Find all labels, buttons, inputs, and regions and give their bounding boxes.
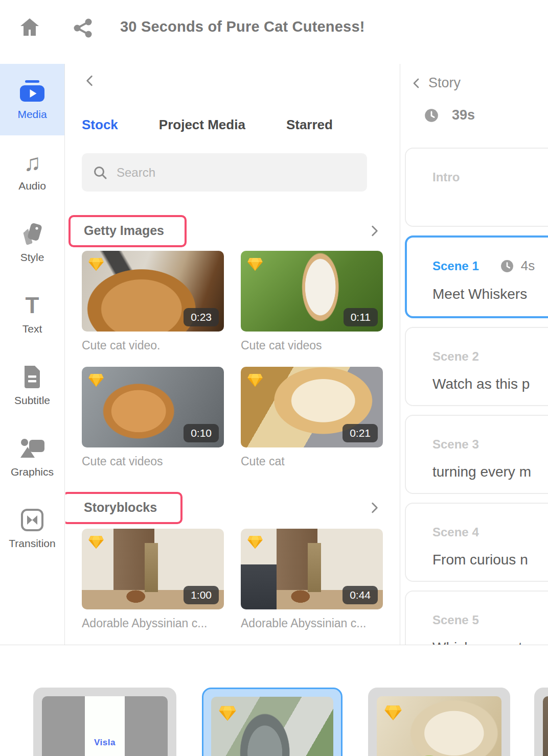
story-card-intro[interactable]: Intro <box>405 148 548 227</box>
music-note-icon: ♫ <box>24 150 41 175</box>
timeline-clip-scene-2[interactable] <box>368 688 510 756</box>
brand-logo-text: Visla <box>94 738 116 748</box>
media-item[interactable]: 0:23 Cute cat video. <box>82 251 224 352</box>
premium-gem-icon <box>88 372 104 388</box>
media-caption: Adorable Abyssinian c... <box>82 617 224 630</box>
sidebar-item-media[interactable]: Media <box>0 64 64 135</box>
getty-highlight-box: Getty Images <box>68 215 187 247</box>
scene-label: Scene 1 <box>432 259 479 273</box>
section-header-storyblocks: Storyblocks <box>82 492 382 528</box>
sidebar-label-graphics: Graphics <box>11 466 54 478</box>
sidebar-item-style[interactable]: Style <box>0 207 64 278</box>
sidebar-item-text[interactable]: T Text <box>0 278 64 350</box>
media-caption: Cute cat videos <box>82 455 224 468</box>
app-window: 30 Seconds of Pure Cat Cuteness! Media ♫… <box>0 0 548 756</box>
duration-badge: 0:11 <box>344 308 378 326</box>
project-title: 30 Seconds of Pure Cat Cuteness! <box>120 18 365 35</box>
media-tabs: Stock Project Media Starred <box>82 117 382 133</box>
media-library-icon <box>20 79 44 103</box>
media-item[interactable]: 0:21 Cute cat <box>241 367 383 468</box>
clock-icon <box>424 108 439 123</box>
scene-script-text: Meet Whiskers <box>432 286 548 302</box>
premium-gem-icon <box>247 534 263 550</box>
media-item[interactable]: 0:10 Cute cat videos <box>82 367 224 468</box>
tab-project-media[interactable]: Project Media <box>159 117 245 133</box>
scene-label: Scene 4 <box>432 525 479 539</box>
premium-gem-icon <box>88 534 104 550</box>
scene-script-text: From curious n <box>432 552 548 568</box>
sidebar-item-graphics[interactable]: Graphics <box>0 421 64 493</box>
panel-back-chevron-icon[interactable] <box>83 74 96 87</box>
sidebar-item-transition[interactable]: Transition <box>0 493 64 564</box>
timeline-clip-intro[interactable]: Visla <box>33 688 176 756</box>
premium-gem-icon <box>384 703 402 722</box>
story-panel: Story 39s Intro Scene 1 4s Meet Wh <box>401 64 548 645</box>
storyblocks-highlight-box: Storyblocks <box>65 492 182 524</box>
storyblocks-media-grid: 1:00 Adorable Abyssinian c... 0:44 Adora… <box>82 529 382 645</box>
graphics-image-icon <box>20 436 44 461</box>
clip-preview <box>211 697 333 756</box>
story-card-scene-3[interactable]: Scene 3 turning every m <box>405 415 548 494</box>
video-thumbnail[interactable]: 0:11 <box>241 251 383 332</box>
sidebar-label-text: Text <box>22 323 42 335</box>
scene-duration: 4s <box>521 258 535 274</box>
duration-badge: 0:44 <box>342 586 378 604</box>
duration-badge: 0:21 <box>342 424 378 442</box>
duration-badge: 0:10 <box>184 424 219 442</box>
scene-label: Scene 3 <box>432 437 479 452</box>
share-icon[interactable] <box>73 18 93 38</box>
scene-label: Scene 5 <box>432 613 479 627</box>
premium-gem-icon <box>247 372 263 388</box>
story-title: Story <box>428 75 461 91</box>
total-duration-value: 39s <box>452 107 475 123</box>
scene-script-text: Watch as this p <box>432 376 548 392</box>
sidebar-label-media: Media <box>17 108 47 121</box>
section-title[interactable]: Storyblocks <box>84 500 157 515</box>
home-icon[interactable] <box>19 17 40 37</box>
sidebar-label-style: Style <box>20 251 44 264</box>
chevron-right-icon[interactable] <box>368 501 381 514</box>
tab-stock[interactable]: Stock <box>82 117 118 133</box>
video-thumbnail[interactable]: 1:00 <box>82 529 224 609</box>
search-input[interactable] <box>116 165 356 180</box>
video-thumbnail[interactable]: 0:10 <box>82 367 224 447</box>
clip-preview <box>377 696 501 756</box>
media-item[interactable]: 0:11 Cute cat videos <box>241 251 383 352</box>
premium-gem-icon <box>247 256 263 272</box>
scene-script-text: turning every m <box>432 464 548 480</box>
story-back-chevron-icon[interactable] <box>410 77 422 89</box>
search-icon <box>93 166 107 180</box>
media-item[interactable]: 1:00 Adorable Abyssinian c... <box>82 529 224 630</box>
media-caption: Adorable Abyssinian c... <box>241 617 383 630</box>
story-total-duration: 39s <box>424 107 548 123</box>
section-title[interactable]: Getty Images <box>84 223 164 238</box>
search-bar[interactable] <box>82 153 367 192</box>
timeline-clip-scene-1-selected[interactable] <box>202 688 342 756</box>
storyboard-timeline: Visla <box>0 645 548 756</box>
timeline-clip-scene-3[interactable] <box>534 688 548 756</box>
video-thumbnail[interactable]: 0:21 <box>241 367 383 447</box>
story-card-scene-2[interactable]: Scene 2 Watch as this p <box>405 327 548 406</box>
duration-badge: 1:00 <box>184 586 219 604</box>
story-card-list: Intro Scene 1 4s Meet Whiskers Scene 2 W… <box>401 148 548 645</box>
premium-gem-icon <box>218 704 237 722</box>
story-card-scene-4[interactable]: Scene 4 From curious n <box>405 503 548 582</box>
media-item[interactable]: 0:44 Adorable Abyssinian c... <box>241 529 383 630</box>
chevron-right-icon[interactable] <box>368 224 381 238</box>
story-card-scene-5[interactable]: Scene 5 Whiskers captu <box>405 590 548 645</box>
story-card-scene-1[interactable]: Scene 1 4s Meet Whiskers <box>405 235 548 318</box>
subtitle-document-icon <box>22 365 42 389</box>
media-caption: Cute cat videos <box>241 339 383 352</box>
stock-media-panel: Stock Project Media Starred Getty Images <box>65 64 400 645</box>
sidebar-item-audio[interactable]: ♫ Audio <box>0 135 64 207</box>
getty-media-grid: 0:23 Cute cat video. 0:11 Cute cat video… <box>82 251 382 468</box>
video-thumbnail[interactable]: 0:23 <box>82 251 224 332</box>
sidebar-label-audio: Audio <box>18 180 46 192</box>
tab-starred[interactable]: Starred <box>286 117 333 133</box>
video-thumbnail[interactable]: 0:44 <box>241 529 383 609</box>
clip-preview <box>543 696 548 756</box>
duration-badge: 0:23 <box>184 308 219 326</box>
media-caption: Cute cat <box>241 455 383 468</box>
brand-column: Visla <box>85 696 125 756</box>
sidebar-item-subtitle[interactable]: Subtitle <box>0 350 64 421</box>
